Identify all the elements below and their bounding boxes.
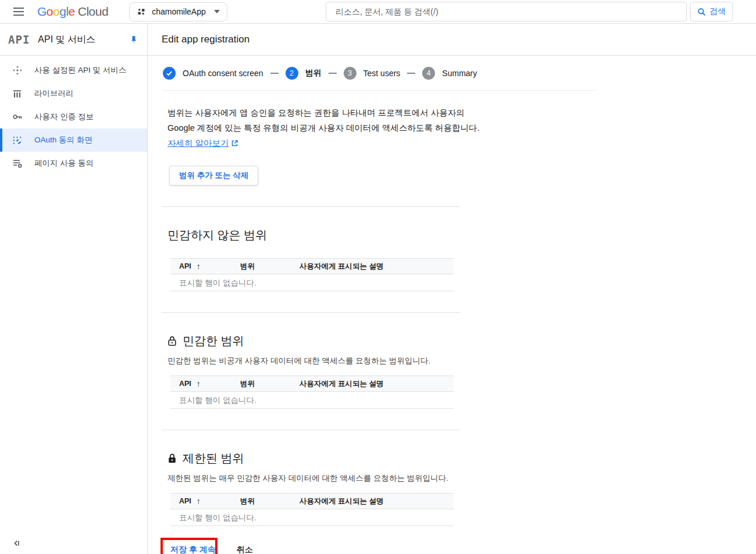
step-connector (270, 73, 279, 74)
logo-letter: o (53, 5, 59, 18)
section-title-text: 민감하지 않은 범위 (167, 227, 267, 243)
project-name: chamomileApp (152, 7, 206, 16)
cancel-button[interactable]: 취소 (237, 545, 253, 554)
list-gear-icon (12, 158, 23, 169)
step-number: 4 (422, 67, 435, 80)
restricted-scopes-table: API ↑ 범위 사용자에게 표시되는 설명 표시할 행이 없습니다. (170, 493, 454, 526)
logo-letter: e (69, 5, 75, 18)
sensitive-scopes-table: API ↑ 범위 사용자에게 표시되는 설명 표시할 행이 없습니다. (170, 376, 454, 409)
logo-letter: g (59, 5, 66, 18)
step-connector (407, 73, 415, 74)
sidebar-item-page-usage-consent[interactable]: 페이지 사용 동의 (0, 152, 147, 175)
restricted-scopes-description: 제한된 범위는 매우 민감한 사용자 데이터에 대한 액세스를 요청하는 범위입… (167, 473, 756, 484)
empty-table-row: 표시할 행이 없습니다. (170, 392, 454, 409)
api-product-logo: API (8, 33, 30, 46)
step-test-users[interactable]: 3 Test users (344, 67, 401, 80)
table-header-scope: 범위 (240, 379, 299, 389)
hamburger-menu-icon[interactable] (7, 0, 30, 23)
divider (162, 90, 595, 91)
sidebar-item-label: OAuth 동의 화면 (34, 135, 92, 145)
main-content: OAuth consent screen 2 범위 3 Test users 4… (148, 56, 756, 554)
sidebar-item-oauth-consent[interactable]: OAuth 동의 화면 (0, 128, 147, 152)
form-footer: 저장 후 계속 취소 (169, 539, 756, 554)
restricted-scopes-title: 제한된 범위 (167, 451, 756, 466)
table-header-api[interactable]: API ↑ (170, 496, 240, 506)
google-cloud-logo[interactable]: GoogleCloud (37, 5, 108, 19)
divider (162, 312, 460, 313)
intro-line-1: 범위는 사용자에게 앱 승인을 요청하는 권한을 나타내며 프로젝트에서 사용자… (167, 105, 756, 120)
sub-header: API API 및 서비스 Edit app registration (0, 24, 756, 56)
save-and-continue-button[interactable]: 저장 후 계속 (169, 545, 217, 554)
step-connector (329, 73, 337, 74)
sidebar-nav: 사용 설정된 API 및 서비스 라이브러리 사용자 인증 정보 (0, 56, 148, 554)
step-number: 2 (286, 67, 298, 80)
sidebar-item-library[interactable]: 라이브러리 (0, 82, 147, 105)
step-label: Test users (363, 69, 401, 78)
step-label: Summary (442, 69, 477, 78)
table-header-scope: 범위 (240, 262, 299, 271)
sidebar-item-label: 페이지 사용 동의 (34, 158, 94, 169)
table-header-api[interactable]: API ↑ (170, 262, 240, 271)
page-title: Edit app registration (148, 24, 249, 55)
column-label: API (179, 262, 191, 270)
step-label: 범위 (305, 68, 322, 78)
step-scopes[interactable]: 2 범위 (286, 67, 322, 80)
nonsensitive-scopes-title: 민감하지 않은 범위 (167, 227, 756, 243)
column-label: API (179, 497, 191, 505)
collapse-sidebar-button[interactable] (12, 539, 21, 548)
sidebar-item-label: 사용 설정된 API 및 서비스 (34, 65, 126, 76)
search-button-label: 검색 (709, 6, 726, 17)
stepper: OAuth consent screen 2 범위 3 Test users 4… (162, 66, 756, 80)
logo-letter: o (47, 5, 53, 18)
search-icon (697, 8, 706, 16)
sensitive-scopes-description: 민감한 범위는 비공개 사용자 데이터에 대한 액세스를 요청하는 범위입니다. (167, 356, 756, 366)
top-app-bar: GoogleCloud chamomileApp 검색 (0, 0, 756, 24)
nonsensitive-scopes-table: API ↑ 범위 사용자에게 표시되는 설명 표시할 행이 없습니다. (170, 258, 454, 291)
library-icon (12, 89, 23, 99)
scopes-intro-text: 범위는 사용자에게 앱 승인을 요청하는 권한을 나타내며 프로젝트에서 사용자… (167, 105, 756, 151)
table-header-description: 사용자에게 표시되는 설명 (299, 496, 454, 506)
sort-ascending-icon: ↑ (197, 379, 201, 388)
step-number: 3 (344, 67, 356, 80)
key-icon (12, 112, 23, 122)
step-label: OAuth consent screen (183, 69, 263, 78)
step-oauth-consent-screen[interactable]: OAuth consent screen (163, 67, 263, 80)
product-header: API API 및 서비스 (0, 24, 148, 55)
table-header-scope: 범위 (240, 496, 299, 506)
learn-more-link[interactable]: 자세히 알아보기 (167, 138, 229, 148)
project-selector[interactable]: chamomileApp (129, 2, 227, 22)
oauth-consent-icon (12, 135, 23, 145)
table-header-description: 사용자에게 표시되는 설명 (299, 262, 454, 271)
search-input[interactable] (326, 2, 687, 22)
product-title: API 및 서비스 (38, 34, 130, 46)
table-header-description: 사용자에게 표시되는 설명 (299, 379, 454, 389)
table-header-api[interactable]: API ↑ (170, 379, 240, 388)
divider (162, 430, 460, 430)
sidebar-item-credentials[interactable]: 사용자 인증 정보 (0, 105, 147, 128)
empty-table-row: 표시할 행이 없습니다. (170, 509, 454, 526)
logo-cloud-text: Cloud (78, 5, 108, 18)
chevron-down-icon (214, 10, 220, 13)
sidebar-item-enabled-apis[interactable]: 사용 설정된 API 및 서비스 (0, 59, 147, 82)
column-label: API (179, 380, 191, 388)
add-remove-scopes-button[interactable]: 범위 추가 또는 삭제 (169, 166, 258, 185)
external-link-icon (231, 140, 238, 146)
lock-outline-icon (167, 335, 177, 346)
divider (162, 206, 460, 207)
sidebar-item-label: 라이브러리 (34, 88, 74, 99)
section-title-text: 민감한 범위 (183, 333, 244, 349)
lock-filled-icon (167, 453, 177, 464)
sort-ascending-icon: ↑ (197, 262, 201, 271)
step-summary[interactable]: 4 Summary (422, 67, 477, 80)
project-icon (137, 7, 146, 16)
logo-letter: G (37, 5, 47, 18)
sensitive-scopes-title: 민감한 범위 (167, 333, 756, 349)
enabled-apis-icon (12, 65, 23, 76)
intro-line-2: Google 계정에 있는 특정 유형의 비공개 사용자 데이터에 액세스하도록… (167, 120, 756, 135)
sort-ascending-icon: ↑ (197, 496, 201, 506)
empty-table-row: 표시할 행이 없습니다. (170, 274, 454, 291)
search-button[interactable]: 검색 (690, 2, 733, 22)
sidebar-item-label: 사용자 인증 정보 (34, 112, 94, 122)
step-complete-check-icon (163, 67, 176, 80)
pin-icon[interactable] (130, 35, 138, 44)
